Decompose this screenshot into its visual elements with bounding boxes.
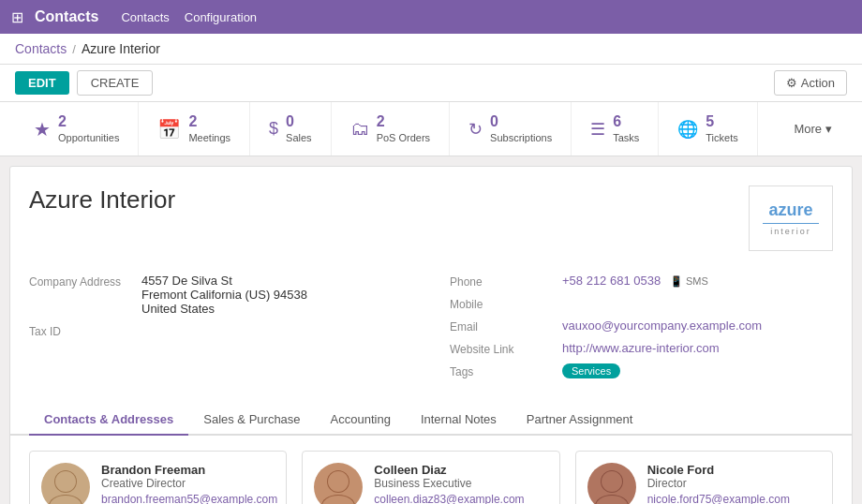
tabs-bar: Contacts & Addresses Sales & Purchase Ac… bbox=[10, 405, 852, 436]
contact-card-1: Colleen Diaz Business Executive colleen.… bbox=[302, 451, 559, 504]
website-value: http://www.azure-interior.com bbox=[562, 341, 720, 355]
website-label: Website Link bbox=[450, 341, 562, 356]
mobile-field: Mobile bbox=[450, 296, 833, 311]
smart-btn-sales[interactable]: $ 0 Sales bbox=[250, 102, 332, 156]
fields-left: Company Address 4557 De Silva St Fremont… bbox=[29, 274, 412, 386]
chevron-down-icon: ▾ bbox=[825, 122, 832, 136]
sales-count: 0 bbox=[286, 113, 312, 130]
contacts-grid: Brandon Freeman Creative Director brando… bbox=[29, 451, 833, 504]
breadcrumb-current: Azure Interior bbox=[82, 41, 160, 56]
company-address-label: Company Address bbox=[29, 274, 141, 289]
orders-icon: 🗂 bbox=[350, 118, 369, 140]
smart-btn-subscriptions[interactable]: ↻ 0 Subscriptions bbox=[450, 102, 572, 156]
tab-internal-notes[interactable]: Internal Notes bbox=[406, 405, 512, 436]
contact-title-2: Director bbox=[647, 477, 790, 490]
tab-contacts-addresses[interactable]: Contacts & Addresses bbox=[29, 405, 188, 436]
phone-label: Phone bbox=[450, 274, 562, 289]
tags-value: Services bbox=[562, 363, 620, 378]
breadcrumb-parent[interactable]: Contacts bbox=[15, 41, 67, 56]
svg-point-7 bbox=[322, 496, 354, 504]
contact-info-0: Brandon Freeman Creative Director brando… bbox=[101, 463, 277, 504]
mobile-label: Mobile bbox=[450, 296, 562, 311]
contact-email-link-1[interactable]: colleen.diaz83@example.com bbox=[374, 493, 524, 504]
smart-buttons-bar: ★ 2 Opportunities 📅 2 Meetings $ 0 Sales… bbox=[0, 102, 862, 156]
smart-btn-opportunities[interactable]: ★ 2 Opportunities bbox=[15, 102, 139, 156]
main-content: Azure Interior azure interior Company Ad… bbox=[9, 166, 853, 504]
star-icon: ★ bbox=[34, 118, 51, 141]
contact-email-0: brandon.freeman55@example.com bbox=[101, 492, 277, 504]
contact-card-2: Nicole Ford Director nicole.ford75@examp… bbox=[575, 451, 833, 504]
opportunities-label: Opportunities bbox=[58, 132, 119, 143]
contact-email-link-0[interactable]: brandon.freeman55@example.com bbox=[101, 493, 277, 504]
fields-section: Company Address 4557 De Silva St Fremont… bbox=[29, 274, 833, 386]
tags-field: Tags Services bbox=[450, 363, 833, 378]
contact-name-0: Brandon Freeman bbox=[101, 463, 277, 477]
tickets-count: 5 bbox=[706, 113, 737, 130]
meetings-count: 2 bbox=[188, 113, 230, 130]
contact-card-0: Brandon Freeman Creative Director brando… bbox=[29, 451, 287, 504]
more-button[interactable]: More ▾ bbox=[779, 111, 847, 147]
address-line2: Fremont California (US) 94538 bbox=[141, 288, 307, 302]
fields-right: Phone +58 212 681 0538 📱 SMS Mobile Emai… bbox=[450, 274, 833, 386]
logo-text-bottom: interior bbox=[770, 227, 811, 236]
action-button[interactable]: ⚙ Action bbox=[774, 70, 847, 96]
top-navigation: ⊞ Contacts Contacts Configuration bbox=[0, 0, 862, 34]
contact-name-2: Nicole Ford bbox=[647, 463, 790, 477]
subscriptions-count: 0 bbox=[490, 113, 552, 130]
address-value: 4557 De Silva St Fremont California (US)… bbox=[141, 274, 307, 316]
tasks-icon: ☰ bbox=[590, 119, 605, 140]
website-field: Website Link http://www.azure-interior.c… bbox=[450, 341, 833, 356]
record-header: Azure Interior azure interior bbox=[29, 185, 833, 251]
phone-link[interactable]: +58 212 681 0538 bbox=[562, 274, 661, 288]
smart-btn-pos[interactable]: 🗂 2 PoS Orders bbox=[332, 102, 450, 156]
contact-email-2: nicole.ford75@example.com bbox=[647, 492, 790, 504]
contact-email-link-2[interactable]: nicole.ford75@example.com bbox=[647, 493, 790, 504]
nav-configuration[interactable]: Configuration bbox=[185, 10, 257, 24]
create-button[interactable]: CREATE bbox=[77, 70, 154, 96]
email-field: Email vauxoo@yourcompany.example.com bbox=[450, 319, 833, 334]
breadcrumb: Contacts / Azure Interior bbox=[0, 34, 862, 65]
smart-btn-tickets[interactable]: 🌐 5 Tickets bbox=[659, 102, 757, 156]
action-label: Action bbox=[801, 76, 835, 90]
logo-text-top: azure bbox=[768, 200, 812, 220]
pos-label: PoS Orders bbox=[377, 132, 430, 143]
logo-line bbox=[763, 223, 819, 224]
nav-contacts[interactable]: Contacts bbox=[121, 10, 169, 24]
meetings-label: Meetings bbox=[188, 132, 230, 143]
svg-point-3 bbox=[50, 496, 82, 504]
phone-value: +58 212 681 0538 📱 SMS bbox=[562, 274, 708, 288]
svg-point-10 bbox=[602, 471, 622, 492]
tab-partner-assignment[interactable]: Partner Assignment bbox=[512, 405, 647, 436]
company-address-field: Company Address 4557 De Silva St Fremont… bbox=[29, 274, 412, 316]
apps-icon[interactable]: ⊞ bbox=[11, 8, 23, 26]
tickets-label: Tickets bbox=[706, 132, 737, 143]
website-link[interactable]: http://www.azure-interior.com bbox=[562, 341, 720, 355]
app-title: Contacts bbox=[35, 8, 98, 25]
tags-label: Tags bbox=[450, 363, 562, 378]
smart-btn-meetings[interactable]: 📅 2 Meetings bbox=[139, 102, 250, 156]
action-bar: EDIT CREATE ⚙ Action bbox=[0, 65, 862, 102]
tax-id-label: Tax ID bbox=[29, 323, 141, 338]
gear-icon: ⚙ bbox=[786, 76, 797, 90]
dollar-icon: $ bbox=[269, 119, 278, 139]
tasks-label: Tasks bbox=[613, 132, 639, 143]
tag-services[interactable]: Services bbox=[562, 363, 620, 378]
edit-button[interactable]: EDIT bbox=[15, 71, 69, 95]
phone-field: Phone +58 212 681 0538 📱 SMS bbox=[450, 274, 833, 289]
record-title: Azure Interior bbox=[29, 185, 175, 215]
smart-btn-tasks[interactable]: ☰ 6 Tasks bbox=[572, 102, 659, 156]
tasks-count: 6 bbox=[613, 113, 639, 130]
svg-point-11 bbox=[596, 496, 628, 504]
contact-email-1: colleen.diaz83@example.com bbox=[374, 492, 524, 504]
tab-sales-purchase[interactable]: Sales & Purchase bbox=[188, 405, 315, 436]
subscriptions-label: Subscriptions bbox=[490, 132, 552, 143]
contact-title-1: Business Executive bbox=[374, 477, 524, 490]
email-value: vauxoo@yourcompany.example.com bbox=[562, 319, 762, 333]
svg-point-2 bbox=[55, 471, 76, 492]
email-link[interactable]: vauxoo@yourcompany.example.com bbox=[562, 319, 762, 333]
tab-accounting[interactable]: Accounting bbox=[316, 405, 406, 436]
sales-label: Sales bbox=[286, 132, 312, 143]
address-line3: United States bbox=[141, 302, 307, 316]
sms-icon[interactable]: 📱 SMS bbox=[670, 275, 708, 287]
avatar-colleen bbox=[314, 463, 363, 504]
